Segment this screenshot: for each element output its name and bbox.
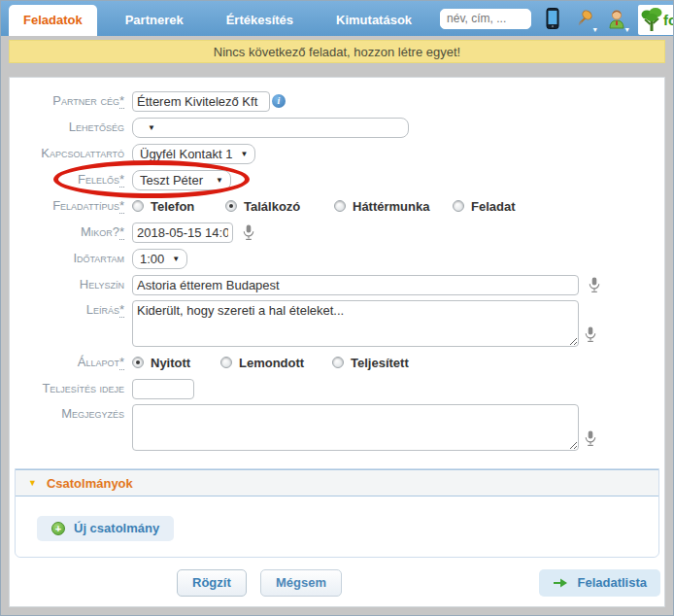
row-megjegyzes: Megjegyzés bbox=[10, 404, 664, 451]
row-kapcsolattarto: Kapcsolattartó Ügyfél Kontakt 1 bbox=[10, 143, 664, 164]
teljesites-ideje-label: Teljesítés ideje bbox=[10, 382, 124, 395]
radio-talalkozo[interactable] bbox=[225, 200, 237, 212]
radio-telefon[interactable] bbox=[132, 200, 144, 212]
green-arrow-icon bbox=[553, 578, 568, 588]
collapse-triangle-icon[interactable] bbox=[28, 478, 37, 488]
microphone-icon[interactable] bbox=[585, 430, 596, 447]
phone-icon-glyph bbox=[546, 8, 559, 29]
radio-label: Nyitott bbox=[151, 356, 190, 370]
info-icon[interactable] bbox=[272, 94, 286, 108]
radio-feladat[interactable] bbox=[453, 200, 464, 212]
plus-icon bbox=[51, 522, 65, 535]
radio-option-hattermunka[interactable]: Háttérmunka bbox=[334, 199, 453, 214]
kapcsolattarto-select[interactable]: Ügyfél Kontakt 1 bbox=[132, 144, 255, 164]
app-window: Feladatok Partnerek Értékesítés Kimutatá… bbox=[0, 0, 674, 616]
top-nav: Feladatok Partnerek Értékesítés Kimutatá… bbox=[1, 1, 673, 36]
radio-option-nyitott[interactable]: Nyitott bbox=[132, 356, 220, 370]
attachments-header[interactable]: Csatolmányok bbox=[16, 469, 658, 496]
radio-option-teljesitett[interactable]: Teljesített bbox=[332, 356, 409, 370]
tab-ertekesites[interactable]: Értékesítés bbox=[212, 5, 308, 36]
radio-option-feladat[interactable]: Feladat bbox=[453, 199, 516, 214]
row-idotartam: Időtartam 1:00 bbox=[10, 248, 664, 269]
megjegyzes-label: Megjegyzés bbox=[10, 407, 124, 421]
mikor-label: Mikor?* bbox=[10, 225, 124, 239]
radio-option-lemondott[interactable]: Lemondott bbox=[220, 356, 332, 370]
feladattipus-label: Feladattípus* bbox=[10, 199, 124, 213]
radio-label: Háttérmunka bbox=[353, 199, 429, 214]
task-list-label: Feladatlista bbox=[577, 575, 647, 590]
row-leiras: Leírás* Kiderült, hogy szereti a hal éte… bbox=[10, 300, 664, 347]
partner-ceg-label: Partner cég* bbox=[10, 94, 124, 108]
radio-label: Feladat bbox=[471, 199, 516, 214]
task-list-button[interactable]: Feladatlista bbox=[539, 569, 660, 597]
microphone-icon[interactable] bbox=[243, 224, 254, 241]
task-form-panel: Partner cég* Lehetőség Kapcsolattartó Üg… bbox=[9, 77, 665, 607]
row-lehetoseg: Lehetőség bbox=[10, 117, 664, 138]
radio-teljesitett[interactable] bbox=[332, 357, 344, 368]
logo-tree-icon bbox=[641, 7, 662, 32]
lehetoseg-select[interactable] bbox=[132, 118, 409, 138]
mikor-input[interactable] bbox=[132, 222, 233, 243]
nav-right-group: ▼ ▼ forest cr bbox=[440, 1, 674, 36]
new-attachment-label: Új csatolmány bbox=[74, 521, 159, 535]
dropdown-caret: ▼ bbox=[623, 26, 630, 33]
row-feladattipus: Feladattípus* Telefon Találkozó Háttérmu… bbox=[10, 195, 664, 217]
tab-kimutatasok[interactable]: Kimutatások bbox=[321, 5, 426, 36]
idotartam-label: Időtartam bbox=[10, 252, 124, 265]
phone-icon[interactable] bbox=[542, 7, 563, 30]
radio-label: Lemondott bbox=[239, 356, 304, 370]
row-allapot: Állapot* Nyitott Lemondott Teljesített bbox=[10, 352, 664, 373]
megjegyzes-textarea[interactable] bbox=[132, 404, 579, 451]
save-button[interactable]: Rögzít bbox=[177, 569, 247, 597]
helyszin-label: Helyszín bbox=[10, 278, 124, 291]
new-attachment-button[interactable]: Új csatolmány bbox=[37, 516, 174, 541]
tab-partnerek[interactable]: Partnerek bbox=[111, 5, 198, 36]
radio-lemondott[interactable] bbox=[220, 357, 232, 368]
attachments-body: Új csatolmány bbox=[16, 496, 658, 557]
row-teljesites-ideje: Teljesítés ideje bbox=[10, 378, 664, 399]
attachments-title: Csatolmányok bbox=[47, 476, 133, 491]
radio-option-talalkozo[interactable]: Találkozó bbox=[225, 199, 334, 214]
felelos-select[interactable]: Teszt Péter bbox=[132, 170, 231, 190]
row-felelos: Felelős* Teszt Péter bbox=[10, 169, 664, 190]
radio-label: Telefon bbox=[151, 199, 194, 214]
teljesites-ideje-input[interactable] bbox=[132, 379, 194, 399]
row-mikor: Mikor?* bbox=[10, 222, 664, 243]
microphone-icon[interactable] bbox=[589, 277, 600, 293]
row-partner-ceg: Partner cég* bbox=[10, 90, 664, 112]
helyszin-input[interactable] bbox=[132, 275, 579, 295]
allapot-label: Állapot* bbox=[10, 356, 124, 369]
radio-label: Teljesített bbox=[351, 356, 409, 370]
logo-text: forest bbox=[663, 12, 674, 28]
form-actions: Rögzít Mégsem Feladatlista bbox=[10, 569, 664, 599]
pushpin-icon-glyph bbox=[575, 9, 594, 28]
forest-crm-logo[interactable]: forest crm bbox=[638, 5, 674, 35]
user-icon[interactable]: ▼ bbox=[606, 7, 627, 30]
radio-nyitott[interactable] bbox=[132, 357, 144, 368]
felelos-label: Felelős* bbox=[10, 173, 124, 187]
leiras-label: Leírás* bbox=[10, 303, 124, 317]
partner-ceg-input[interactable] bbox=[132, 91, 270, 112]
tab-feladatok[interactable]: Feladatok bbox=[9, 5, 97, 36]
search-input[interactable] bbox=[440, 9, 531, 29]
row-helyszin: Helyszín bbox=[10, 274, 664, 295]
microphone-icon[interactable] bbox=[585, 326, 596, 343]
radio-label: Találkozó bbox=[244, 199, 300, 214]
radio-hattermunka[interactable] bbox=[334, 200, 346, 212]
kapcsolattarto-label: Kapcsolattartó bbox=[10, 147, 124, 160]
radio-option-telefon[interactable]: Telefon bbox=[132, 199, 225, 214]
leiras-textarea[interactable]: Kiderült, hogy szereti a hal ételeket... bbox=[132, 300, 579, 347]
pushpin-icon[interactable]: ▼ bbox=[574, 7, 595, 30]
dropdown-caret: ▼ bbox=[591, 26, 598, 33]
next-task-banner: Nincs következő feladat, hozzon létre eg… bbox=[9, 40, 665, 63]
idotartam-select[interactable]: 1:00 bbox=[132, 249, 187, 269]
attachments-section: Csatolmányok Új csatolmány bbox=[15, 468, 659, 558]
cancel-button[interactable]: Mégsem bbox=[260, 569, 342, 597]
lehetoseg-label: Lehetőség bbox=[10, 120, 124, 134]
